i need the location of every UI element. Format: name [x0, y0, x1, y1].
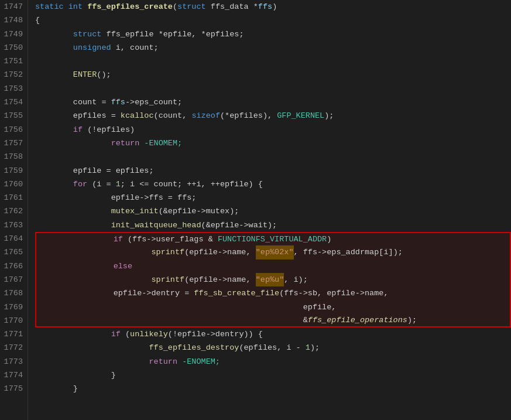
- code-token: [35, 382, 73, 395]
- code-line: }: [35, 368, 511, 382]
- code-token: (!epfile->dentry)) {: [168, 327, 263, 341]
- line-number: 1747: [2, 0, 23, 13]
- code-token: int: [68, 0, 87, 13]
- code-line: ffs_epfiles_destroy(epfiles, i - 1);: [35, 341, 511, 354]
- code-line: if (unlikely(!epfile->dentry)) {: [35, 327, 511, 341]
- code-token: [35, 164, 73, 177]
- code-token: {: [35, 13, 40, 27]
- code-line: if (ffs->user_flags & FUNCTIONFS_VIRTUAL…: [35, 232, 511, 245]
- code-token: (i =: [92, 177, 116, 191]
- code-token: init_waitqueue_head: [111, 218, 201, 232]
- code-token: if: [111, 327, 125, 341]
- code-token: [35, 68, 73, 81]
- code-token: [37, 259, 114, 273]
- code-line: }: [35, 382, 511, 395]
- code-token: );: [407, 313, 417, 327]
- code-token: ffs: [111, 95, 125, 109]
- code-line: {: [35, 13, 511, 27]
- code-token: ffs_sb_create_file: [194, 286, 279, 300]
- code-token: FUNCTIONFS_VIRTUAL_ADDR: [218, 233, 327, 246]
- code-token: return: [149, 355, 182, 368]
- code-token: sprintf: [151, 273, 184, 286]
- line-number: 1757: [2, 136, 23, 150]
- line-number: 1768: [2, 286, 23, 300]
- line-number: 1758: [2, 150, 23, 163]
- line-number: 1766: [2, 259, 23, 273]
- code-line: unsigned i, count;: [35, 41, 511, 54]
- code-token: unlikely: [130, 327, 168, 341]
- code-token: [37, 286, 114, 300]
- line-number: 1749: [2, 28, 23, 41]
- code-line: &ffs_epfile_operations);: [35, 314, 511, 327]
- code-token: [37, 245, 151, 259]
- code-token: = epfiles;: [101, 164, 153, 177]
- code-token: -ENOMEM;: [182, 355, 220, 368]
- code-token: [35, 355, 149, 368]
- code-token: else: [114, 259, 132, 273]
- code-token: if: [73, 123, 87, 136]
- code-content[interactable]: static int ffs_epfiles_create(struct ffs…: [28, 0, 511, 420]
- code-token: [37, 313, 303, 327]
- line-number: 1760: [2, 177, 23, 191]
- code-token: "ep%u": [256, 273, 284, 286]
- code-token: (count,: [154, 109, 192, 122]
- line-numbers: 1747174817491750175117521753175417551756…: [0, 0, 28, 420]
- code-token: [35, 95, 73, 109]
- code-token: GFP_KERNEL: [277, 109, 324, 122]
- code-token: (&epfile->mutex);: [159, 204, 239, 218]
- code-token: (epfiles, i -: [239, 341, 305, 354]
- code-token: if: [114, 233, 128, 246]
- line-number: 1764: [2, 232, 23, 245]
- code-token: *: [253, 0, 258, 13]
- code-line: static int ffs_epfiles_create(struct ffs…: [35, 0, 511, 13]
- code-token: }: [73, 382, 78, 395]
- code-line: epfile = epfiles;: [35, 164, 511, 177]
- line-number: 1755: [2, 109, 23, 122]
- code-token: (epfile->name,: [184, 273, 256, 286]
- code-line: if (!epfiles): [35, 123, 511, 136]
- code-line: ENTER();: [35, 68, 511, 81]
- code-token: ; i <= count; ++i, ++epfile) {: [121, 177, 263, 191]
- code-token: epfile,: [303, 301, 337, 314]
- code-line: struct ffs_epfile *epfile, *epfiles;: [35, 28, 511, 41]
- code-line: sprintf(epfile->name, "ep%u", i);: [35, 273, 511, 286]
- line-number: 1769: [2, 301, 23, 314]
- code-token: [35, 28, 73, 41]
- line-number: 1772: [2, 341, 23, 354]
- code-token: *epfile, *epfiles;: [159, 28, 244, 41]
- code-token: [37, 273, 151, 286]
- code-token: [35, 191, 111, 204]
- code-line: epfiles = kcalloc(count, sizeof(*epfiles…: [35, 109, 511, 122]
- code-token: [35, 177, 73, 191]
- code-token: ): [272, 0, 277, 13]
- code-line: sprintf(epfile->name, "ep%02x", ffs->eps…: [35, 245, 511, 259]
- code-token: =: [97, 95, 111, 109]
- code-line: return -ENOMEM;: [35, 355, 511, 368]
- code-token: mutex_init: [111, 204, 159, 218]
- code-token: , ffs->eps_addrmap[i]);: [294, 245, 403, 259]
- code-line: epfile->ffs = ffs;: [35, 191, 511, 204]
- code-token: ffs_epfiles_destroy: [149, 341, 239, 354]
- code-line: else: [35, 259, 511, 273]
- code-token: , count;: [121, 41, 159, 54]
- code-token: &: [303, 313, 308, 327]
- line-number: 1770: [2, 314, 23, 327]
- code-token: =: [107, 109, 121, 122]
- code-token: sprintf: [151, 245, 184, 259]
- code-token: ->eps_count;: [125, 95, 182, 109]
- code-token: -ENOMEM;: [144, 136, 182, 150]
- code-token: (ffs->sb, epfile->name,: [279, 286, 388, 300]
- code-token: [35, 341, 149, 354]
- code-token: "ep%02x": [256, 245, 294, 259]
- line-number: 1775: [2, 382, 23, 395]
- code-token: static: [35, 0, 68, 13]
- code-line: return -ENOMEM;: [35, 136, 511, 150]
- code-token: struct: [73, 28, 107, 41]
- line-number: 1765: [2, 245, 23, 259]
- code-token: , i);: [284, 273, 308, 286]
- line-number: 1753: [2, 82, 23, 95]
- code-token: 1: [116, 177, 121, 191]
- code-line: epfile->dentry = ffs_sb_create_file(ffs-…: [35, 286, 511, 300]
- line-number: 1759: [2, 164, 23, 177]
- code-token: sizeof: [191, 109, 220, 122]
